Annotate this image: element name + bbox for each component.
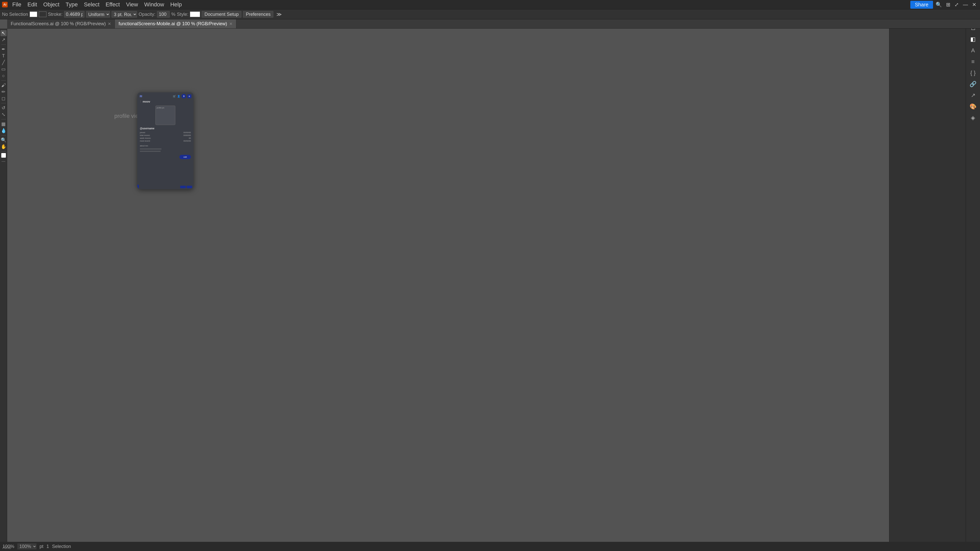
profile-pic-label: profile pic [157, 107, 164, 109]
zoom-tool[interactable]: 🔍 [0, 137, 6, 143]
menu-file[interactable]: File [10, 1, 24, 8]
stroke-color-swatch[interactable] [39, 11, 46, 17]
menu-help[interactable]: Help [168, 1, 184, 8]
close-icon[interactable]: ✕ [970, 1, 978, 8]
app-logo: Ai [2, 2, 8, 7]
eyedropper-tool[interactable]: 💧 [0, 127, 6, 134]
bottom-right-buttons [180, 186, 193, 188]
ellipse-tool[interactable]: ○ [0, 73, 6, 79]
type-tool[interactable]: T [0, 53, 6, 59]
mobile-screen-wrapper: ≋ 🛒 👤 3 ≡ ⋮ moov profile pic [137, 92, 193, 189]
status-bar: 100% 100% pt 1 Selection Amo [0, 542, 980, 551]
paintbrush-tool[interactable]: 🖌 [0, 82, 6, 88]
edit-btn-row: edit [137, 153, 193, 161]
opacity-label: Opacity: [138, 12, 156, 17]
menu-effect[interactable]: Effect [103, 1, 123, 8]
menu-window[interactable]: Window [142, 1, 167, 8]
fill-indicator[interactable] [1, 153, 6, 158]
rotate-tool[interactable]: ↺ [0, 105, 6, 111]
total-moovs-row: total moovs: 0000000 [140, 134, 191, 137]
align-icon[interactable]: ≡ [968, 57, 978, 67]
percent-symbol: % [171, 12, 175, 17]
app-title-row: ⋮ moov [137, 100, 193, 105]
rectangle-tool[interactable]: ▭ [0, 66, 6, 72]
mobile-bottom-bar [137, 185, 193, 189]
menu-object[interactable]: Object [41, 1, 62, 8]
username-text: @username [140, 127, 191, 130]
canvas-area: profile view > ≋ 🛒 👤 3 ≡ ⋮ moov [7, 29, 889, 542]
total-moovs-label: total moovs: [140, 134, 150, 137]
bottom-amo-text: Amo [3, 545, 11, 550]
menu-view[interactable]: View [124, 1, 141, 8]
week-moovs-row: week moovs: 00 [140, 137, 191, 139]
pencil-tool[interactable]: ✏ [0, 89, 6, 95]
tab-close-1[interactable]: ✕ [108, 21, 111, 26]
minimize-icon[interactable]: — [961, 1, 969, 8]
more-options-icon[interactable]: ≫ [275, 11, 283, 18]
gradient-tool[interactable]: ▦ [0, 121, 6, 127]
app-header-icons: 🛒 👤 3 ≡ [173, 94, 191, 98]
unit-label: pt [40, 544, 43, 549]
edit-button[interactable]: edit [180, 155, 191, 159]
zoom-select[interactable]: 100% [18, 543, 37, 549]
right-icon-panel: ☰ ⊡ ◧ A ≡ { } 🔗 ↗ 🎨 ◈ [966, 9, 980, 551]
app-header: ≋ 🛒 👤 3 ≡ [137, 92, 193, 100]
bottom-btn-2[interactable] [186, 186, 192, 188]
document-setup-button[interactable]: Document Setup [202, 11, 242, 17]
color-icon[interactable]: 🎨 [968, 102, 978, 112]
opacity-input[interactable] [157, 11, 170, 17]
export-icon[interactable]: ↗ [968, 90, 978, 100]
joined-row: joined: 00/00/00 [140, 131, 191, 134]
tool-separator-2 [1, 80, 6, 81]
stroke-weight-select[interactable]: 3 pt. Round [111, 11, 137, 17]
profile-pic-box[interactable]: profile pic [156, 106, 175, 125]
menu-bar: Ai File Edit Object Type Select Effect V… [0, 0, 980, 9]
tool-separator-4 [1, 119, 6, 119]
select-tool[interactable]: ↖ [0, 30, 6, 36]
mobile-screen: ≋ 🛒 👤 3 ≡ ⋮ moov profile pic [137, 92, 193, 189]
app-logo-mobile: ≋ [139, 94, 142, 98]
preferences-button[interactable]: Preferences [243, 11, 273, 17]
moov-logo-icon: ≋ [139, 94, 142, 98]
fill-color-swatch[interactable] [30, 11, 37, 17]
scale-tool[interactable]: ⤡ [0, 111, 6, 118]
expand-icon[interactable]: ⤢ [953, 1, 960, 8]
layers-section: Layers [889, 19, 966, 551]
search-icon[interactable]: 🔍 [934, 1, 943, 8]
pen-tool[interactable]: ✒ [0, 46, 6, 52]
menu-select[interactable]: Select [81, 1, 102, 8]
week-moovs-label: week moovs: [140, 137, 151, 139]
direct-select-tool[interactable]: ↗ [0, 37, 6, 43]
joined-value: 00/00/00 [183, 131, 191, 134]
cart-icon[interactable]: 🛒 [173, 95, 176, 98]
stroke-type-select[interactable]: Uniform [86, 11, 110, 17]
eraser-tool[interactable]: ◻ [0, 95, 6, 102]
more-tools-icon[interactable]: ··· [0, 158, 6, 164]
menu-edit[interactable]: Edit [25, 1, 40, 8]
arrange-icon[interactable]: ⊞ [945, 1, 952, 8]
bottom-btn-1[interactable] [180, 186, 186, 188]
notification-badge[interactable]: 3 [181, 94, 186, 98]
hand-tool[interactable]: ✋ [0, 144, 6, 150]
link-icon[interactable]: 🔗 [968, 79, 978, 89]
stroke-value-input[interactable] [64, 11, 84, 17]
about-title: about me: [140, 144, 191, 147]
left-tool-panel: ↖ ↗ ✒ T ╱ ▭ ○ 🖌 ✏ ◻ ↺ ⤡ ▦ 💧 🔍 ✋ ··· [0, 29, 7, 542]
menu-dots-button[interactable]: ≡ [187, 94, 191, 98]
no-selection-label: No Selection [2, 12, 28, 17]
line-tool[interactable]: ╱ [0, 59, 6, 65]
total-moovs-value: 0000000 [183, 134, 191, 137]
menu-type[interactable]: Type [63, 1, 80, 8]
transform-icon[interactable]: A [968, 45, 978, 56]
layers-icon[interactable]: ◧ [968, 34, 978, 44]
user-icon[interactable]: 👤 [177, 95, 180, 98]
tab-close-2[interactable]: ✕ [229, 21, 232, 26]
appearance-icon[interactable]: ◈ [968, 113, 978, 123]
tab-functional-screens-mobile[interactable]: functionalScreens-Mobile.ai @ 100 % (RGB… [115, 19, 236, 28]
about-text: xxxxxxxxxxxxxxxxxxxxxxxxxx xxxxxxxxxxxxx… [140, 148, 191, 152]
share-button[interactable]: Share [910, 1, 933, 9]
tab-functional-screens[interactable]: FunctionalScreens.ai @ 100 % (RGB/Previe… [7, 19, 115, 28]
pathfinder-icon[interactable]: { } [968, 68, 978, 78]
about-section: about me: xxxxxxxxxxxxxxxxxxxxxxxxxx xxx… [137, 143, 193, 153]
style-swatch[interactable] [190, 11, 200, 17]
